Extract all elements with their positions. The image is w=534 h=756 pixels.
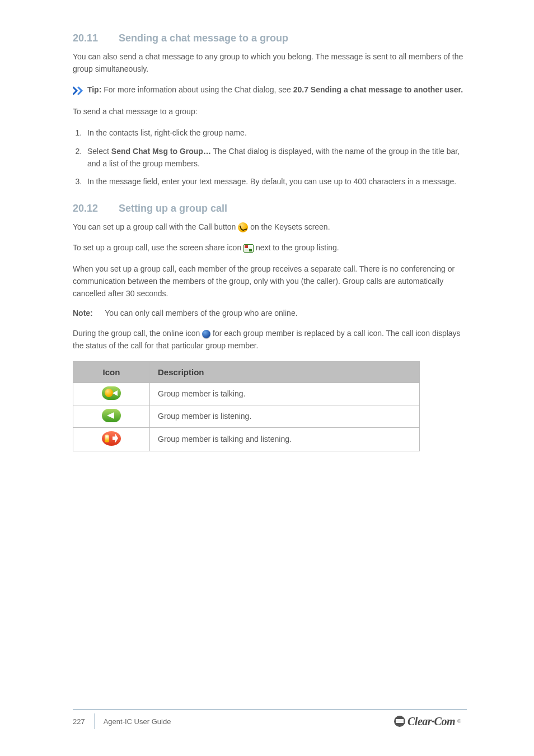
footer-page-number: 227 — [73, 717, 85, 726]
table-row: Group member is talking. — [73, 382, 420, 405]
footer-logo: Clear·Com ® — [394, 714, 467, 729]
talking-icon — [102, 386, 121, 400]
logo-bubble-icon — [394, 716, 405, 727]
note-text: You can only call members of the group w… — [105, 309, 297, 318]
footer-vertical-divider — [94, 713, 95, 729]
step-item: Select Send Chat Msg to Group… The Chat … — [84, 145, 467, 170]
section-group-call: 20.12 Setting up a group call You can se… — [73, 203, 467, 451]
listening-icon — [102, 409, 121, 422]
step-item: In the message field, enter your text me… — [84, 175, 467, 188]
footer-left: 227 Agent-IC User Guide — [73, 713, 171, 729]
logo-registered: ® — [457, 718, 461, 724]
table-cell-desc: Group member is listening. — [150, 405, 420, 427]
tip-label: Tip: — [87, 85, 101, 94]
section-chat-group: 20.11 Sending a chat message to a group … — [73, 32, 467, 188]
table-row: Group member is listening. — [73, 405, 420, 427]
table-cell-desc: Group member is talking. — [150, 382, 420, 405]
footer-divider — [73, 709, 467, 710]
note-label: Note: — [73, 309, 93, 318]
section-heading: 20.12 Setting up a group call — [73, 203, 467, 214]
page-footer: 227 Agent-IC User Guide Clear·Com ® — [0, 709, 534, 729]
col-header-icon: Icon — [73, 361, 150, 382]
steps-list: In the contacts list, right-click the gr… — [84, 127, 467, 188]
tip-text: For more information about using the Cha… — [104, 85, 291, 94]
table-header-row: Icon Description — [73, 361, 420, 382]
section-heading: 20.11 Sending a chat message to a group — [73, 32, 467, 44]
paragraph: You can also send a chat message to any … — [73, 51, 467, 75]
table-cell-icon — [73, 405, 150, 427]
section-number: 20.12 — [73, 203, 98, 214]
call-status-table: Icon Description Group member is talking… — [73, 361, 420, 451]
note-row: Note: You can only call members of the g… — [73, 309, 467, 318]
lead-text: To send a chat message to a group: — [73, 106, 467, 118]
section-title: Sending a chat message to a group — [119, 32, 288, 44]
screen-share-icon — [243, 244, 254, 253]
talk-listen-icon — [102, 431, 121, 446]
tip-row: Tip: For more information about using th… — [73, 84, 467, 96]
call-button-icon — [238, 222, 248, 232]
col-header-desc: Description — [150, 361, 420, 382]
paragraph: To set up a group call, use the screen s… — [73, 242, 467, 254]
tip-link: 20.7 Sending a chat message to another u… — [293, 85, 463, 94]
section-number: 20.11 — [73, 32, 98, 44]
step-item: In the contacts list, right-click the gr… — [84, 127, 467, 139]
table-cell-desc: Group member is talking and listening. — [150, 427, 420, 451]
paragraph: When you set up a group call, each membe… — [73, 263, 467, 300]
paragraph: You can set up a group call with the Cal… — [73, 221, 467, 234]
tip-chevron-icon — [73, 85, 85, 97]
logo-text: Clear·Com — [407, 715, 455, 728]
section-title: Setting up a group call — [119, 203, 227, 214]
footer-doc-title: Agent-IC User Guide — [104, 717, 171, 726]
online-dot-icon — [202, 330, 210, 338]
paragraph: During the group call, the online icon f… — [73, 328, 467, 352]
table-row: Group member is talking and listening. — [73, 427, 420, 451]
table-cell-icon — [73, 427, 150, 451]
table-cell-icon — [73, 382, 150, 405]
